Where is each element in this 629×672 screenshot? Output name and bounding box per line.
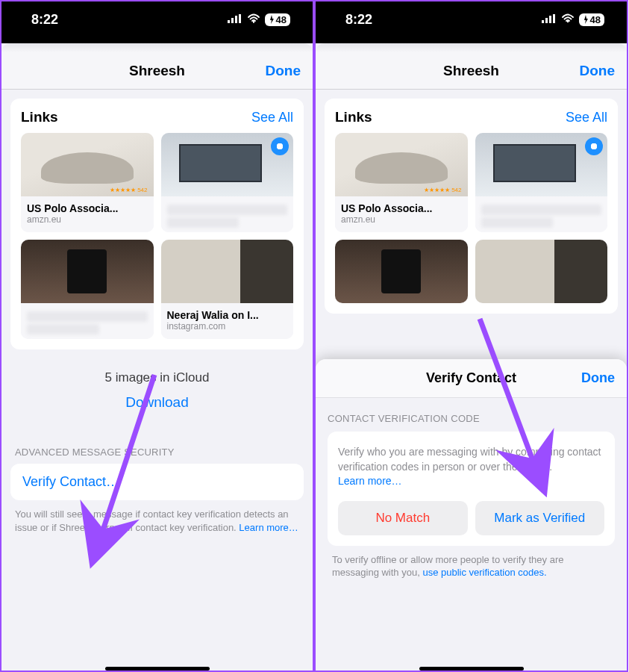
wifi-icon	[247, 13, 260, 26]
see-all-button[interactable]: See All	[251, 110, 293, 125]
svg-rect-1	[231, 18, 234, 23]
phone-right: 8:22 48 Shreesh Done Links See All ★★★★★…	[314, 0, 628, 672]
link-thumb: ★★★★★ 542	[335, 133, 468, 196]
sheet-done-button[interactable]: Done	[581, 370, 615, 386]
cellular-icon	[228, 13, 242, 26]
svg-rect-8	[549, 16, 551, 23]
done-button[interactable]: Done	[580, 63, 616, 79]
statusbar: 8:22 48	[316, 1, 627, 37]
see-all-button[interactable]: See All	[566, 110, 607, 125]
link-thumb	[335, 240, 468, 303]
learn-more-link[interactable]: Learn more…	[338, 475, 402, 487]
app-area: Shreesh Done Links See All ★★★★★ 542 US …	[316, 43, 627, 672]
link-title: US Polo Associa...	[27, 202, 148, 214]
link-thumb	[475, 240, 608, 303]
link-tile[interactable]	[335, 240, 468, 303]
svg-rect-7	[545, 18, 548, 23]
link-tile[interactable]	[475, 133, 608, 232]
svg-rect-2	[235, 16, 237, 23]
links-title: Links	[335, 109, 372, 125]
link-domain: instagram.com	[167, 321, 288, 332]
icloud-summary: 5 images in iCloud	[10, 370, 304, 385]
svg-rect-0	[228, 20, 230, 23]
link-tile[interactable]: ★★★★★ 542 US Polo Associa... amzn.eu	[335, 133, 468, 232]
done-button[interactable]: Done	[266, 63, 301, 79]
link-title: Neeraj Walia on I...	[167, 309, 288, 321]
status-time: 8:22	[31, 12, 58, 28]
status-time: 8:22	[345, 12, 372, 28]
svg-rect-9	[553, 14, 555, 23]
links-grid: ★★★★★ 542 US Polo Associa... amzn.eu	[335, 133, 607, 303]
svg-rect-3	[239, 14, 241, 23]
home-indicator[interactable]	[419, 667, 524, 671]
learn-more-link[interactable]: Learn more…	[239, 522, 298, 533]
card-stack-edge	[1, 43, 313, 52]
safari-icon	[585, 137, 603, 155]
svg-rect-6	[542, 20, 544, 23]
verification-desc: Verify who you are messaging with by com…	[338, 445, 604, 489]
link-tile[interactable]	[475, 240, 608, 303]
link-tile[interactable]	[21, 240, 154, 339]
verify-sheet: Verify Contact Done CONTACT VERIFICATION…	[316, 359, 627, 672]
sheet-navbar: Verify Contact Done	[316, 359, 627, 398]
navbar: Shreesh Done	[1, 52, 313, 90]
link-domain: amzn.eu	[341, 214, 462, 225]
svg-point-4	[252, 21, 254, 22]
advanced-security-header: ADVANCED MESSAGE SECURITY	[15, 447, 299, 458]
status-right: 48	[542, 13, 604, 26]
page-title: Shreesh	[443, 63, 499, 79]
link-thumb	[161, 240, 294, 303]
verification-code-header: CONTACT VERIFICATION CODE	[328, 413, 615, 424]
links-title: Links	[21, 109, 58, 125]
link-title: US Polo Associa...	[341, 202, 462, 214]
download-button[interactable]: Download	[10, 394, 304, 411]
statusbar: 8:22 48	[1, 1, 313, 37]
link-domain: amzn.eu	[27, 214, 148, 225]
page-title: Shreesh	[129, 63, 185, 79]
mark-as-verified-button[interactable]: Mark as Verified	[475, 501, 605, 535]
link-tile[interactable]	[161, 133, 294, 232]
links-grid: ★★★★★ 542 US Polo Associa... amzn.eu	[21, 133, 293, 339]
sheet-footnote: To verify offline or allow more people t…	[328, 546, 615, 587]
safari-icon	[271, 137, 289, 155]
public-codes-link[interactable]: use public verification codes.	[422, 567, 546, 578]
link-thumb	[161, 133, 294, 196]
wifi-icon	[561, 13, 575, 26]
home-indicator[interactable]	[105, 667, 210, 671]
no-match-button[interactable]: No Match	[338, 501, 468, 535]
verify-contact-button[interactable]: Verify Contact…	[10, 464, 304, 500]
svg-point-10	[566, 21, 568, 22]
phone-left: 8:22 48 Shreesh Done Links See All ★★★★★…	[0, 0, 314, 672]
verification-card: Verify who you are messaging with by com…	[328, 432, 615, 546]
navbar: Shreesh Done	[316, 52, 627, 90]
battery-icon: 48	[579, 13, 604, 26]
sheet-title: Verify Contact	[426, 370, 516, 386]
content: Links See All ★★★★★ 542 US Polo Associa.…	[1, 90, 313, 672]
security-footnote: You will still see a message if contact …	[10, 500, 304, 541]
link-tile[interactable]: ★★★★★ 542 US Polo Associa... amzn.eu	[21, 133, 154, 232]
links-card: Links See All ★★★★★ 542 US Polo Associa.…	[325, 99, 618, 314]
status-right: 48	[228, 13, 290, 26]
links-card: Links See All ★★★★★ 542 US Polo Associa.…	[10, 99, 304, 349]
card-stack-edge	[316, 43, 627, 52]
link-thumb	[475, 133, 608, 196]
link-tile[interactable]: Neeraj Walia on I... instagram.com	[161, 240, 294, 339]
cellular-icon	[542, 13, 557, 26]
link-thumb: ★★★★★ 542	[21, 133, 154, 196]
app-area: Shreesh Done Links See All ★★★★★ 542 US …	[1, 43, 313, 672]
battery-icon: 48	[265, 13, 290, 26]
link-thumb	[21, 240, 154, 303]
